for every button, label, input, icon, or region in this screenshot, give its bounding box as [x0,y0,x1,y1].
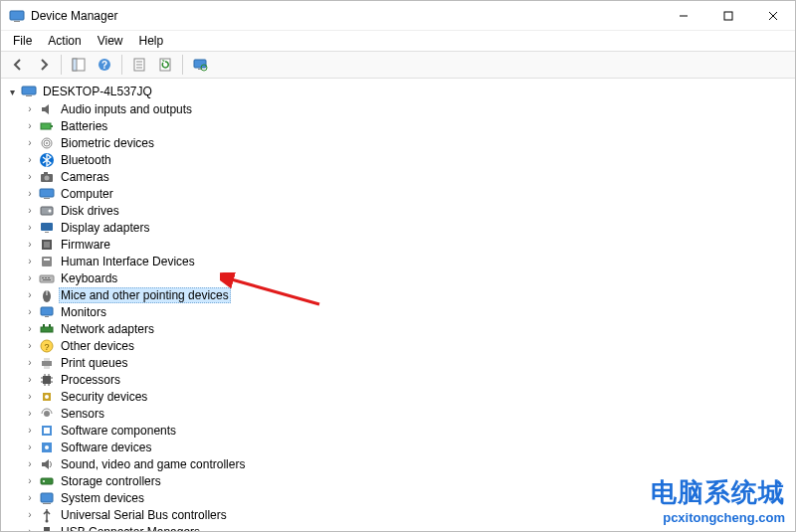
tree-item[interactable]: ›Cameras [1,168,795,185]
tree-item[interactable]: ›Disk drives [1,202,795,219]
device-tree[interactable]: ▾ DESKTOP-4L537JQ ›Audio inputs and outp… [1,79,795,531]
tree-item-label[interactable]: Firmware [59,238,112,252]
expander-icon[interactable]: › [23,424,37,438]
tree-item-label[interactable]: Audio inputs and outputs [59,102,194,116]
tree-item[interactable]: ›Software devices [1,439,795,455]
expander-icon[interactable]: › [23,221,37,235]
tree-item[interactable]: ›System devices [1,489,795,506]
tree-item-label[interactable]: Software devices [59,441,153,454]
tree-item-label[interactable]: Cameras [59,170,111,184]
usb-connector-icon [39,524,55,532]
menu-action[interactable]: Action [40,32,89,50]
tree-item[interactable]: ›?Other devices [1,337,795,354]
help-button[interactable]: ? [93,53,116,77]
expander-icon[interactable]: › [23,238,37,252]
tree-item-label[interactable]: Sensors [59,407,106,421]
tree-item-label[interactable]: Print queues [59,356,129,370]
expander-icon[interactable]: › [23,356,37,370]
expander-icon[interactable]: › [23,102,37,116]
close-button[interactable] [750,1,795,30]
tree-item[interactable]: ›Universal Serial Bus controllers [1,506,795,523]
tree-root-label[interactable]: DESKTOP-4L537JQ [41,85,154,98]
tree-item[interactable]: ›Bluetooth [1,151,795,168]
expander-icon[interactable]: › [23,508,37,522]
svg-rect-77 [44,527,50,532]
tree-item[interactable]: ›Network adapters [1,320,795,337]
tree-item[interactable]: ›Computer [1,185,795,202]
menu-help[interactable]: Help [131,32,172,50]
tree-item-label[interactable]: Biometric devices [59,136,156,150]
expander-icon[interactable]: › [23,119,37,133]
expander-icon[interactable]: › [23,373,37,387]
tree-item-label[interactable]: Security devices [59,390,149,404]
tree-item-label[interactable]: Computer [59,187,115,201]
tree-item-label[interactable]: USB Connector Managers [59,525,202,532]
expander-icon[interactable]: › [23,187,37,201]
expander-icon[interactable]: › [23,305,37,319]
tree-item-label[interactable]: Disk drives [59,204,121,218]
refresh-button[interactable] [153,53,177,77]
fingerprint-icon [39,135,55,151]
expander-icon[interactable]: › [23,204,37,218]
expander-icon[interactable]: › [23,271,37,285]
tree-item[interactable]: ›Audio inputs and outputs [1,100,795,117]
tree-item[interactable]: ›Biometric devices [1,134,795,151]
expander-icon[interactable]: › [23,322,37,336]
forward-button[interactable] [32,53,56,77]
tree-item-label[interactable]: Keyboards [59,271,119,285]
tree-item[interactable]: ›Security devices [1,388,795,405]
tree-item[interactable]: ›Sensors [1,405,795,422]
tree-item-label[interactable]: Mice and other pointing devices [59,287,231,303]
tree-item[interactable]: ›Display adapters [1,219,795,236]
tree-item-label[interactable]: System devices [59,491,146,505]
expander-icon[interactable]: › [23,441,37,454]
tree-item[interactable]: ›Batteries [1,117,795,134]
tree-item-label[interactable]: Storage controllers [59,474,163,488]
expander-icon[interactable]: › [23,136,37,150]
tree-item-label[interactable]: Batteries [59,119,109,133]
tree-item-label[interactable]: Network adapters [59,322,156,336]
menu-file[interactable]: File [5,32,40,50]
expander-icon[interactable]: › [23,457,37,471]
expander-icon[interactable]: › [23,525,37,532]
tree-item[interactable]: ›Processors [1,371,795,388]
tree-item-label[interactable]: Other devices [59,339,136,353]
expander-icon[interactable]: › [23,474,37,488]
tree-item[interactable]: ›Keyboards [1,269,795,286]
tree-item-label[interactable]: Human Interface Devices [59,255,197,268]
scan-hardware-button[interactable] [188,53,212,77]
minimize-button[interactable] [661,1,705,30]
expander-icon[interactable]: › [23,288,37,302]
expander-icon[interactable]: › [23,170,37,184]
tree-root[interactable]: ▾ DESKTOP-4L537JQ [1,83,795,100]
tree-item-label[interactable]: Sound, video and game controllers [59,457,247,471]
tree-item[interactable]: ›Print queues [1,354,795,371]
expander-icon[interactable]: › [23,407,37,421]
tree-item[interactable]: ›Monitors [1,303,795,320]
tree-item[interactable]: ›Mice and other pointing devices [1,286,795,303]
tree-item-label[interactable]: Universal Serial Bus controllers [59,508,229,522]
tree-item-label[interactable]: Monitors [59,305,108,319]
expander-icon[interactable]: › [23,339,37,353]
maximize-button[interactable] [705,1,750,30]
show-hide-tree-button[interactable] [67,53,91,77]
tree-item[interactable]: ›Firmware [1,236,795,253]
tree-item[interactable]: ›Software components [1,422,795,439]
camera-icon [39,169,55,185]
expander-icon[interactable]: ▾ [5,85,19,98]
properties-button[interactable] [127,53,151,77]
tree-item-label[interactable]: Display adapters [59,221,151,235]
back-button[interactable] [6,53,30,77]
tree-item[interactable]: ›Sound, video and game controllers [1,455,795,472]
expander-icon[interactable]: › [23,255,37,268]
tree-item[interactable]: ›USB Connector Managers [1,523,795,531]
menu-view[interactable]: View [90,32,131,50]
expander-icon[interactable]: › [23,390,37,404]
tree-item[interactable]: ›Human Interface Devices [1,253,795,269]
tree-item-label[interactable]: Processors [59,373,122,387]
tree-item-label[interactable]: Bluetooth [59,153,113,167]
tree-item-label[interactable]: Software components [59,424,178,438]
expander-icon[interactable]: › [23,491,37,505]
expander-icon[interactable]: › [23,153,37,167]
tree-item[interactable]: ›Storage controllers [1,472,795,489]
